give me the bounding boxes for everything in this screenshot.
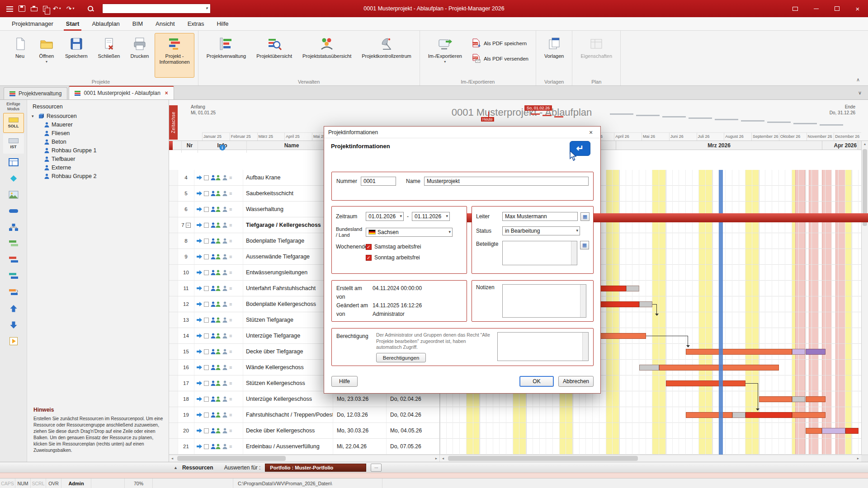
- row-checkbox[interactable]: [204, 349, 209, 354]
- task-name[interactable]: Fahrstuhlschacht / Treppen/Podeste: [243, 407, 333, 422]
- gantt-bar[interactable]: [626, 286, 639, 291]
- caret-icon[interactable]: ▾: [32, 114, 36, 118]
- close-icon[interactable]: ×: [847, 0, 868, 17]
- row-checkbox[interactable]: [204, 318, 209, 323]
- ribbon-button-neu[interactable]: Neu: [7, 33, 33, 78]
- tree-root[interactable]: ▾Ressourcen: [32, 112, 169, 120]
- zeitraum-von-combo[interactable]: 01.01.2026▾: [366, 212, 404, 221]
- zeitraum-bis-combo[interactable]: 01.11.2026▾: [412, 212, 450, 221]
- tool-network-icon[interactable]: [3, 220, 24, 235]
- ribbon-button-projektverwaltung[interactable]: Projektverwaltung: [202, 33, 250, 78]
- menu-projektmanager[interactable]: Projektmanager: [12, 20, 53, 27]
- row-checkbox[interactable]: [204, 254, 209, 259]
- task-name[interactable]: Aussenwände Tiefgarage: [243, 249, 333, 264]
- tab-musterprojekt-ablaufplan[interactable]: 0001 Musterprojekt - Ablaufplan ×: [69, 86, 174, 99]
- gantt-bar[interactable]: [639, 365, 659, 371]
- row-checkbox[interactable]: [204, 207, 209, 212]
- tool-frame-icon[interactable]: [3, 155, 24, 170]
- task-name[interactable]: Decke über Tiefgarage: [243, 344, 333, 359]
- ribbon-button-projektübersicht[interactable]: Projektübersicht: [252, 33, 297, 78]
- menu-hilfe[interactable]: Hilfe: [217, 20, 228, 27]
- abbrechen-button[interactable]: Abbrechen: [558, 376, 594, 387]
- row-checkbox[interactable]: [204, 333, 209, 338]
- bundesland-combo[interactable]: Sachsen▾: [366, 228, 453, 237]
- gantt-bar[interactable]: [822, 428, 845, 434]
- gantt-bar[interactable]: [792, 412, 826, 418]
- tool-bars-red-icon[interactable]: [3, 252, 24, 267]
- scroll-left-icon[interactable]: ◄: [440, 455, 446, 462]
- tab-close-icon[interactable]: ×: [165, 90, 168, 96]
- table-row[interactable]: 20≡Decke über KellergeschossMo, 30.03.26…: [169, 423, 439, 439]
- scrollbar-thumb[interactable]: [448, 456, 638, 461]
- task-name[interactable]: Unterzüge Tiefgarage: [243, 328, 333, 343]
- tool-arrow-up-icon[interactable]: [3, 301, 24, 316]
- row-checkbox[interactable]: [204, 428, 209, 433]
- berechtigung-listbox[interactable]: [497, 332, 589, 361]
- task-name[interactable]: Entwässerungsleitungen: [243, 265, 333, 280]
- notizen-textarea[interactable]: [502, 284, 586, 318]
- column-nr[interactable]: Nr: [182, 141, 198, 153]
- tree-item-tiefbauer[interactable]: Tiefbauer: [44, 155, 169, 163]
- menu-bim[interactable]: BIM: [132, 20, 143, 27]
- tab-projektverwaltung[interactable]: Projektverwaltung: [4, 87, 67, 99]
- ribbon-button-im-exportieren[interactable]: Im-/Exportieren▾: [424, 33, 467, 78]
- gantt-bar[interactable]: [845, 428, 859, 434]
- row-checkbox[interactable]: [204, 365, 209, 370]
- ribbon-collapse-icon[interactable]: ∧: [856, 77, 860, 83]
- scrollbar-thumb[interactable]: [177, 456, 286, 461]
- save-icon[interactable]: [19, 5, 25, 12]
- gantt-bar[interactable]: [686, 349, 792, 355]
- task-name[interactable]: Sauberkeitsschicht: [243, 186, 333, 201]
- task-name[interactable]: Unterfahrt Fahrstuhlschacht: [243, 281, 333, 296]
- mode-button-ist[interactable]: IST: [3, 134, 24, 154]
- copy-icon[interactable]: [43, 6, 47, 12]
- hilfe-button[interactable]: Hilfe: [331, 376, 358, 387]
- undo-icon[interactable]: ↶▾: [53, 5, 61, 12]
- gantt-bar[interactable]: [792, 349, 805, 355]
- ok-button[interactable]: OK: [519, 376, 554, 387]
- tool-bars-swap-icon[interactable]: [3, 285, 24, 300]
- gantt-bar[interactable]: [806, 396, 826, 402]
- tool-bar-icon[interactable]: [3, 203, 24, 219]
- search-icon[interactable]: [87, 5, 94, 12]
- task-name[interactable]: Wasserhaltung: [243, 202, 333, 217]
- scroll-right-icon[interactable]: ►: [855, 455, 861, 462]
- row-checkbox[interactable]: [204, 191, 209, 196]
- berechtigungen-button[interactable]: Berechtigungen: [376, 353, 426, 362]
- menu-extras[interactable]: Extras: [188, 20, 204, 27]
- more-button[interactable]: ...: [371, 464, 382, 472]
- ribbon-button-projekt-informationen[interactable]: Projekt - Informationen: [155, 33, 194, 78]
- task-name[interactable]: Stützen Tiefgarage: [243, 312, 333, 328]
- tree-item-mauerer[interactable]: Mauerer: [44, 120, 169, 129]
- minimize-icon[interactable]: [806, 0, 826, 17]
- zeitachse-tab[interactable]: Zeitachse: [169, 105, 178, 140]
- sonntag-checkbox[interactable]: [366, 255, 372, 261]
- leiter-picker-grid-icon[interactable]: ▦: [580, 212, 590, 221]
- leiter-input[interactable]: [502, 212, 578, 221]
- print-icon[interactable]: [31, 7, 38, 11]
- gantt-bar[interactable]: [666, 380, 745, 386]
- menu-start[interactable]: Start: [66, 20, 80, 27]
- table-row[interactable]: 19≡Fahrstuhlschacht / Treppen/PodesteDo,…: [169, 407, 439, 423]
- ribbon-options-icon[interactable]: [785, 0, 806, 17]
- tool-play-icon[interactable]: [3, 333, 24, 349]
- menu-ablaufplan[interactable]: Ablaufplan: [92, 20, 119, 27]
- row-checkbox[interactable]: [204, 175, 209, 180]
- tool-arrow-down-icon[interactable]: [3, 317, 24, 333]
- tool-bars-green-icon[interactable]: [3, 236, 24, 251]
- row-checkbox[interactable]: [204, 381, 209, 386]
- task-name[interactable]: Unterzüge Kellergeschoss: [243, 391, 333, 407]
- ribbon-button-speichern[interactable]: Speichern: [61, 33, 92, 78]
- tree-item-rohbau-gruppe-1[interactable]: Rohbau Gruppe 1: [44, 146, 169, 155]
- gantt-bar[interactable]: [792, 396, 805, 402]
- tree-item-fliesen[interactable]: Fliesen: [44, 129, 169, 137]
- ribbon-button-drucken[interactable]: Drucken: [126, 33, 153, 78]
- gantt-bar[interactable]: [806, 428, 822, 434]
- ribbon-button-öffnen[interactable]: Öffnen▾: [34, 33, 59, 78]
- task-name[interactable]: Bodenplatte Tiefgarage: [243, 233, 333, 249]
- scroll-right-icon[interactable]: ►: [433, 455, 439, 462]
- row-checkbox[interactable]: [204, 413, 209, 418]
- task-name[interactable]: Bodenplatte Kellergeschoss: [243, 296, 333, 312]
- vertical-scrollbar[interactable]: ▲: [861, 141, 868, 455]
- task-name[interactable]: Decke über Kellergeschoss: [243, 423, 333, 438]
